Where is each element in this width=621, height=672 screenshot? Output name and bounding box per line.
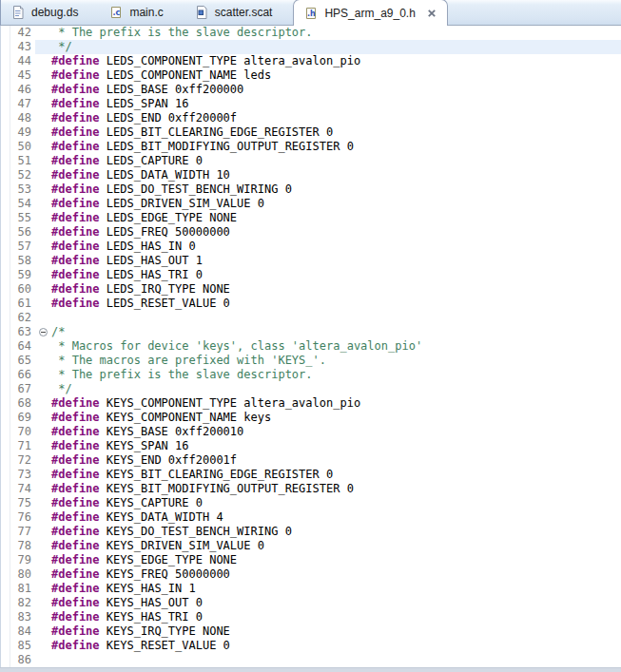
- close-icon[interactable]: [425, 7, 438, 20]
- line-number[interactable]: 53: [1, 182, 35, 197]
- line-number[interactable]: 44: [1, 54, 35, 68]
- line-number[interactable]: 61: [1, 297, 35, 311]
- code-line[interactable]: 46#define LEDS_BASE 0xff200000: [1, 83, 621, 97]
- line-number[interactable]: 68: [1, 396, 35, 411]
- code-line[interactable]: 78#define KEYS_DRIVEN_SIM_VALUE 0: [1, 539, 621, 553]
- code-line[interactable]: 76#define KEYS_DATA_WIDTH 4: [1, 510, 621, 525]
- code-line[interactable]: 71#define KEYS_SPAN 16: [1, 439, 621, 453]
- code-line[interactable]: 48#define LEDS_END 0xff20000f: [1, 111, 621, 125]
- code-line[interactable]: 65 * The macros are prefixed with 'KEYS_…: [1, 354, 621, 368]
- line-number[interactable]: 60: [1, 282, 35, 297]
- line-number[interactable]: 72: [1, 453, 35, 468]
- line-number[interactable]: 51: [1, 154, 35, 168]
- line-number[interactable]: 56: [1, 225, 35, 240]
- code-line[interactable]: 47#define LEDS_SPAN 16: [1, 97, 621, 111]
- code-line[interactable]: 42 * The prefix is the slave descriptor.: [1, 26, 621, 40]
- tab-debug-ds[interactable]: debug.ds: [1, 0, 99, 25]
- code-line[interactable]: 83#define KEYS_HAS_TRI 0: [1, 610, 621, 624]
- line-number[interactable]: 57: [1, 240, 35, 254]
- collapse-minus-icon[interactable]: [39, 328, 48, 336]
- code-lines: 42 * The prefix is the slave descriptor.…: [1, 26, 621, 667]
- line-number[interactable]: 82: [1, 596, 35, 610]
- code-line[interactable]: 57#define LEDS_HAS_IN 0: [1, 240, 621, 254]
- code-line[interactable]: 74#define KEYS_BIT_MODIFYING_OUTPUT_REGI…: [1, 482, 621, 496]
- line-number[interactable]: 52: [1, 168, 35, 182]
- code-line[interactable]: 77#define KEYS_DO_TEST_BENCH_WIRING 0: [1, 525, 621, 539]
- code-line[interactable]: 60#define LEDS_IRQ_TYPE NONE: [1, 282, 621, 297]
- line-number[interactable]: 58: [1, 254, 35, 268]
- line-number[interactable]: 77: [1, 525, 35, 539]
- code-line[interactable]: 51#define LEDS_CAPTURE 0: [1, 154, 621, 168]
- code-line[interactable]: 43 */: [1, 40, 621, 54]
- line-number[interactable]: 49: [1, 125, 35, 140]
- line-number[interactable]: 80: [1, 567, 35, 582]
- code-line[interactable]: 63/*: [1, 325, 621, 339]
- line-number[interactable]: 55: [1, 211, 35, 225]
- code-line[interactable]: 49#define LEDS_BIT_CLEARING_EDGE_REGISTE…: [1, 125, 621, 140]
- line-number[interactable]: 42: [1, 26, 35, 40]
- code-line[interactable]: 80#define KEYS_FREQ 50000000: [1, 567, 621, 582]
- line-number[interactable]: 46: [1, 83, 35, 97]
- line-number[interactable]: 65: [1, 354, 35, 368]
- line-number[interactable]: 67: [1, 382, 35, 396]
- code-line[interactable]: 55#define LEDS_EDGE_TYPE NONE: [1, 211, 621, 225]
- line-number[interactable]: 84: [1, 624, 35, 639]
- line-number[interactable]: 66: [1, 368, 35, 382]
- code-line[interactable]: 66 * The prefix is the slave descriptor.: [1, 368, 621, 382]
- code-line[interactable]: 84#define KEYS_IRQ_TYPE NONE: [1, 624, 621, 639]
- tab-main-c[interactable]: .c main.c: [99, 0, 184, 25]
- code-line[interactable]: 52#define LEDS_DATA_WIDTH 10: [1, 168, 621, 182]
- code-line[interactable]: 44#define LEDS_COMPONENT_TYPE altera_ava…: [1, 54, 621, 68]
- tab-hps-arm-a9-0-h[interactable]: .h HPS_arm_a9_0.h: [293, 0, 447, 26]
- line-number[interactable]: 79: [1, 553, 35, 567]
- code-line[interactable]: 73#define KEYS_BIT_CLEARING_EDGE_REGISTE…: [1, 468, 621, 482]
- line-number[interactable]: 59: [1, 268, 35, 282]
- code-line[interactable]: 72#define KEYS_END 0xff20001f: [1, 453, 621, 468]
- line-number[interactable]: 75: [1, 496, 35, 510]
- code-line[interactable]: 58#define LEDS_HAS_OUT 1: [1, 254, 621, 268]
- line-number[interactable]: 69: [1, 411, 35, 425]
- tab-scatter-scat[interactable]: scatter.scat: [184, 0, 294, 25]
- code-line[interactable]: 79#define KEYS_EDGE_TYPE NONE: [1, 553, 621, 567]
- code-line[interactable]: 75#define KEYS_CAPTURE 0: [1, 496, 621, 510]
- code-line[interactable]: 85#define KEYS_RESET_VALUE 0: [1, 639, 621, 653]
- code-line[interactable]: 69#define KEYS_COMPONENT_NAME keys: [1, 411, 621, 425]
- code-line[interactable]: 68#define KEYS_COMPONENT_TYPE altera_ava…: [1, 396, 621, 411]
- line-number[interactable]: 47: [1, 97, 35, 111]
- line-number[interactable]: 48: [1, 111, 35, 125]
- line-number[interactable]: 78: [1, 539, 35, 553]
- line-number[interactable]: 45: [1, 68, 35, 83]
- line-number[interactable]: 74: [1, 482, 35, 496]
- line-number[interactable]: 71: [1, 439, 35, 453]
- code-line[interactable]: 82#define KEYS_HAS_OUT 0: [1, 596, 621, 610]
- code-line[interactable]: 53#define LEDS_DO_TEST_BENCH_WIRING 0: [1, 182, 621, 197]
- code-line-text: */: [51, 382, 621, 396]
- line-number[interactable]: 62: [1, 311, 35, 325]
- line-number[interactable]: 81: [1, 582, 35, 596]
- line-number[interactable]: 76: [1, 510, 35, 525]
- code-line[interactable]: 67 */: [1, 382, 621, 396]
- code-line[interactable]: 62: [1, 311, 621, 325]
- line-number[interactable]: 63: [1, 325, 35, 339]
- line-number[interactable]: 70: [1, 425, 35, 439]
- line-number[interactable]: 73: [1, 468, 35, 482]
- code-line[interactable]: 70#define KEYS_BASE 0xff200010: [1, 425, 621, 439]
- line-number[interactable]: 85: [1, 639, 35, 653]
- line-number[interactable]: 54: [1, 197, 35, 211]
- code-line[interactable]: 54#define LEDS_DRIVEN_SIM_VALUE 0: [1, 197, 621, 211]
- code-line[interactable]: 61#define LEDS_RESET_VALUE 0: [1, 297, 621, 311]
- code-line[interactable]: 64 * Macros for device 'keys', class 'al…: [1, 339, 621, 354]
- code-line[interactable]: 45#define LEDS_COMPONENT_NAME leds: [1, 68, 621, 83]
- code-line[interactable]: 86: [1, 653, 621, 667]
- code-line[interactable]: 56#define LEDS_FREQ 50000000: [1, 225, 621, 240]
- code-line[interactable]: 81#define KEYS_HAS_IN 1: [1, 582, 621, 596]
- line-number[interactable]: 50: [1, 140, 35, 154]
- code-line[interactable]: 59#define LEDS_HAS_TRI 0: [1, 268, 621, 282]
- editor-tab-bar: debug.ds .c main.c scatter.scat: [0, 0, 621, 26]
- line-number[interactable]: 43: [1, 40, 35, 54]
- line-number[interactable]: 86: [1, 653, 35, 667]
- line-number[interactable]: 64: [1, 339, 35, 354]
- horizontal-scrollbar[interactable]: [0, 667, 621, 672]
- code-line[interactable]: 50#define LEDS_BIT_MODIFYING_OUTPUT_REGI…: [1, 140, 621, 154]
- line-number[interactable]: 83: [1, 610, 35, 624]
